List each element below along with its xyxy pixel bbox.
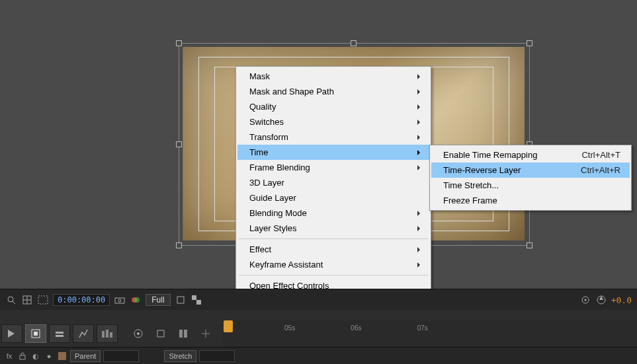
time-submenu[interactable]: Enable Time RemappingCtrl+Alt+TTime-Reve… xyxy=(429,145,632,211)
lock-icon[interactable] xyxy=(17,351,28,361)
ruler-tick: 05s xyxy=(284,324,295,332)
timeline-ruler[interactable]: 05s06s07s xyxy=(222,320,637,347)
timeline-column-header: fx ◐ ● Parent Stretch xyxy=(0,347,637,364)
target-icon[interactable] xyxy=(579,294,591,306)
submenu-label: Time Stretch... xyxy=(443,180,499,190)
svg-rect-18 xyxy=(34,332,38,336)
menu-item-frame-blending[interactable]: Frame Blending xyxy=(237,160,429,175)
menu-item-switches[interactable]: Switches xyxy=(237,114,429,129)
svg-point-0 xyxy=(8,297,13,302)
svg-rect-19 xyxy=(56,332,64,334)
svg-rect-10 xyxy=(177,297,184,303)
snapshot-icon[interactable] xyxy=(114,294,126,306)
svg-point-9 xyxy=(134,297,140,303)
parent-value-box[interactable] xyxy=(103,350,139,362)
svg-rect-28 xyxy=(20,355,25,359)
submenu-label: Enable Time Remapping xyxy=(443,150,537,160)
current-timecode[interactable]: 0:00:00:00 xyxy=(53,294,110,306)
handle-tm[interactable] xyxy=(351,40,357,46)
svg-point-25 xyxy=(137,332,140,335)
tool-btn-6[interactable] xyxy=(128,325,148,342)
shortcut-label: Ctrl+Alt+R xyxy=(565,165,620,175)
shutter-icon[interactable] xyxy=(595,294,607,306)
menu-item-mask-and-shape-path[interactable]: Mask and Shape Path xyxy=(237,84,429,99)
svg-rect-23 xyxy=(110,332,112,338)
svg-point-7 xyxy=(118,299,121,302)
mask-icon[interactable] xyxy=(37,294,49,306)
resolution-dropdown[interactable]: Full xyxy=(146,294,170,306)
menu-item-layer-styles[interactable]: Layer Styles xyxy=(237,221,429,236)
svg-line-1 xyxy=(13,301,15,304)
tool-btn-3[interactable] xyxy=(49,324,70,343)
tool-btn-4[interactable] xyxy=(73,324,94,343)
submenu-label: Freeze Frame xyxy=(443,196,497,205)
fx-icon[interactable]: fx xyxy=(4,351,15,361)
menu-item-quality[interactable]: Quality xyxy=(237,99,429,114)
region-icon[interactable] xyxy=(175,294,187,306)
submenu-item-enable-time-remapping[interactable]: Enable Time RemappingCtrl+Alt+T xyxy=(431,147,630,163)
solo-icon[interactable]: ● xyxy=(44,351,54,361)
menu-item-blending-mode[interactable]: Blending Mode xyxy=(237,205,429,221)
svg-rect-21 xyxy=(102,331,105,338)
channels-icon[interactable] xyxy=(130,294,142,306)
svg-rect-6 xyxy=(115,298,124,303)
menu-item-3d-layer[interactable]: 3D Layer xyxy=(237,175,429,190)
shy-icon[interactable]: ◐ xyxy=(30,351,41,361)
menu-separator xyxy=(239,238,428,239)
shortcut-label: Ctrl+Alt+T xyxy=(566,150,620,160)
svg-rect-27 xyxy=(184,330,187,338)
svg-rect-5 xyxy=(38,296,48,304)
timeline-tools-row: 05s06s07s xyxy=(0,320,637,347)
svg-rect-20 xyxy=(56,335,64,337)
transparency-grid-icon[interactable] xyxy=(191,294,202,306)
menu-item-transform[interactable]: Transform xyxy=(237,129,429,145)
menu-separator xyxy=(239,275,428,275)
stretch-value-box[interactable] xyxy=(199,350,235,362)
ruler-tick: 07s xyxy=(417,324,428,332)
stretch-column-header[interactable]: Stretch xyxy=(164,350,196,362)
tool-btn-5[interactable] xyxy=(97,324,118,343)
svg-rect-11 xyxy=(192,295,196,300)
submenu-item-freeze-frame[interactable]: Freeze Frame xyxy=(431,193,630,208)
submenu-item-time-reverse-layer[interactable]: Time-Reverse LayerCtrl+Alt+R xyxy=(431,163,630,178)
menu-item-time[interactable]: Time xyxy=(237,145,429,160)
tool-btn-9[interactable] xyxy=(196,325,216,342)
grid-icon[interactable] xyxy=(21,294,33,306)
handle-tr[interactable] xyxy=(527,40,532,46)
magnify-icon[interactable] xyxy=(5,294,17,306)
submenu-item-time-stretch-[interactable]: Time Stretch... xyxy=(431,178,630,193)
svg-rect-22 xyxy=(106,330,108,338)
handle-tl[interactable] xyxy=(176,40,182,46)
parent-column-header[interactable]: Parent xyxy=(70,350,101,362)
tool-btn-8[interactable] xyxy=(173,325,193,342)
menu-item-effect[interactable]: Effect xyxy=(237,242,429,257)
exposure-value[interactable]: +0.0 xyxy=(611,295,632,305)
handle-bl[interactable] xyxy=(176,242,182,248)
menu-item-mask[interactable]: Mask xyxy=(237,69,429,84)
submenu-label: Time-Reverse Layer xyxy=(443,165,521,175)
menu-item-keyframe-assistant[interactable]: Keyframe Assistant xyxy=(237,257,429,272)
menu-item-guide-layer[interactable]: Guide Layer xyxy=(237,190,429,205)
label-color-icon[interactable] xyxy=(57,351,67,361)
tool-btn-2[interactable] xyxy=(25,324,46,343)
svg-marker-16 xyxy=(8,330,15,338)
tool-btn-1[interactable] xyxy=(1,324,22,343)
svg-point-14 xyxy=(584,299,586,301)
svg-rect-26 xyxy=(179,330,183,338)
handle-ml[interactable] xyxy=(176,141,182,147)
tool-btn-7[interactable] xyxy=(151,325,171,342)
viewer-toolbar: 0:00:00:00 Full +0.0 xyxy=(0,289,637,311)
current-time-indicator[interactable] xyxy=(224,320,233,332)
timeline-header-strip xyxy=(0,310,637,321)
ruler-tick: 06s xyxy=(351,324,361,332)
handle-br[interactable] xyxy=(527,242,532,248)
svg-rect-12 xyxy=(196,300,201,305)
svg-rect-29 xyxy=(58,352,66,360)
